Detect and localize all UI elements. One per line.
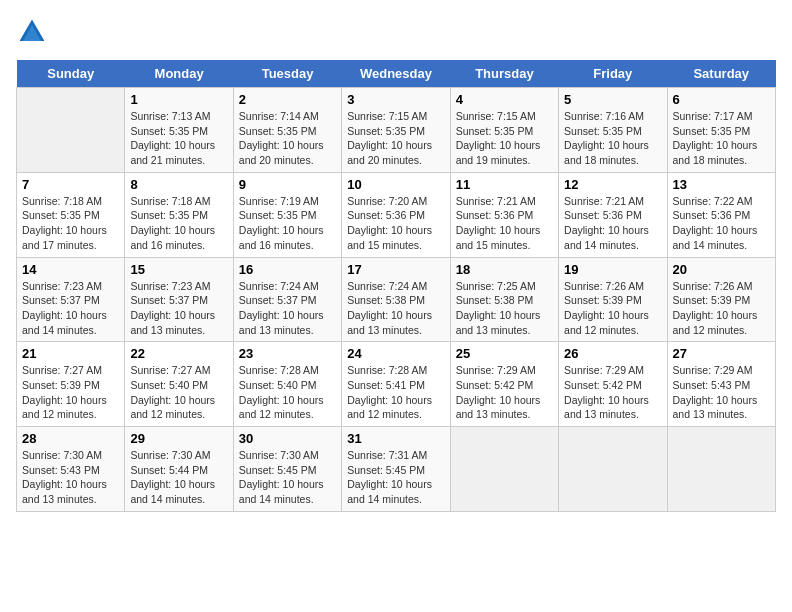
calendar-cell: 28 Sunrise: 7:30 AMSunset: 5:43 PMDaylig… (17, 427, 125, 512)
header-row: SundayMondayTuesdayWednesdayThursdayFrid… (17, 60, 776, 88)
day-info: Sunrise: 7:29 AMSunset: 5:43 PMDaylight:… (673, 363, 770, 422)
calendar-cell: 16 Sunrise: 7:24 AMSunset: 5:37 PMDaylig… (233, 257, 341, 342)
day-number: 5 (564, 92, 661, 107)
day-number: 3 (347, 92, 444, 107)
day-info: Sunrise: 7:30 AMSunset: 5:45 PMDaylight:… (239, 448, 336, 507)
calendar-cell: 4 Sunrise: 7:15 AMSunset: 5:35 PMDayligh… (450, 88, 558, 173)
header-day: Thursday (450, 60, 558, 88)
day-info: Sunrise: 7:29 AMSunset: 5:42 PMDaylight:… (564, 363, 661, 422)
day-number: 22 (130, 346, 227, 361)
calendar-cell: 9 Sunrise: 7:19 AMSunset: 5:35 PMDayligh… (233, 172, 341, 257)
calendar-cell: 17 Sunrise: 7:24 AMSunset: 5:38 PMDaylig… (342, 257, 450, 342)
day-number: 29 (130, 431, 227, 446)
day-info: Sunrise: 7:17 AMSunset: 5:35 PMDaylight:… (673, 109, 770, 168)
day-info: Sunrise: 7:20 AMSunset: 5:36 PMDaylight:… (347, 194, 444, 253)
header-day: Monday (125, 60, 233, 88)
calendar-cell: 8 Sunrise: 7:18 AMSunset: 5:35 PMDayligh… (125, 172, 233, 257)
day-info: Sunrise: 7:24 AMSunset: 5:38 PMDaylight:… (347, 279, 444, 338)
day-number: 26 (564, 346, 661, 361)
calendar-cell: 29 Sunrise: 7:30 AMSunset: 5:44 PMDaylig… (125, 427, 233, 512)
calendar-cell: 11 Sunrise: 7:21 AMSunset: 5:36 PMDaylig… (450, 172, 558, 257)
day-info: Sunrise: 7:26 AMSunset: 5:39 PMDaylight:… (564, 279, 661, 338)
day-info: Sunrise: 7:24 AMSunset: 5:37 PMDaylight:… (239, 279, 336, 338)
calendar-cell: 14 Sunrise: 7:23 AMSunset: 5:37 PMDaylig… (17, 257, 125, 342)
calendar-cell: 22 Sunrise: 7:27 AMSunset: 5:40 PMDaylig… (125, 342, 233, 427)
day-number: 24 (347, 346, 444, 361)
calendar-cell: 3 Sunrise: 7:15 AMSunset: 5:35 PMDayligh… (342, 88, 450, 173)
calendar-cell: 21 Sunrise: 7:27 AMSunset: 5:39 PMDaylig… (17, 342, 125, 427)
day-info: Sunrise: 7:18 AMSunset: 5:35 PMDaylight:… (130, 194, 227, 253)
day-info: Sunrise: 7:13 AMSunset: 5:35 PMDaylight:… (130, 109, 227, 168)
calendar-cell: 25 Sunrise: 7:29 AMSunset: 5:42 PMDaylig… (450, 342, 558, 427)
day-number: 16 (239, 262, 336, 277)
calendar-cell: 18 Sunrise: 7:25 AMSunset: 5:38 PMDaylig… (450, 257, 558, 342)
header-day: Saturday (667, 60, 775, 88)
day-number: 9 (239, 177, 336, 192)
calendar-cell: 24 Sunrise: 7:28 AMSunset: 5:41 PMDaylig… (342, 342, 450, 427)
calendar-cell (559, 427, 667, 512)
calendar-cell: 26 Sunrise: 7:29 AMSunset: 5:42 PMDaylig… (559, 342, 667, 427)
day-info: Sunrise: 7:21 AMSunset: 5:36 PMDaylight:… (564, 194, 661, 253)
day-number: 31 (347, 431, 444, 446)
calendar-cell: 31 Sunrise: 7:31 AMSunset: 5:45 PMDaylig… (342, 427, 450, 512)
calendar-cell: 20 Sunrise: 7:26 AMSunset: 5:39 PMDaylig… (667, 257, 775, 342)
calendar-cell: 7 Sunrise: 7:18 AMSunset: 5:35 PMDayligh… (17, 172, 125, 257)
calendar-cell: 5 Sunrise: 7:16 AMSunset: 5:35 PMDayligh… (559, 88, 667, 173)
day-info: Sunrise: 7:28 AMSunset: 5:41 PMDaylight:… (347, 363, 444, 422)
day-number: 20 (673, 262, 770, 277)
day-number: 30 (239, 431, 336, 446)
day-info: Sunrise: 7:28 AMSunset: 5:40 PMDaylight:… (239, 363, 336, 422)
header (16, 16, 776, 48)
day-number: 28 (22, 431, 119, 446)
calendar-cell: 27 Sunrise: 7:29 AMSunset: 5:43 PMDaylig… (667, 342, 775, 427)
day-info: Sunrise: 7:15 AMSunset: 5:35 PMDaylight:… (456, 109, 553, 168)
day-info: Sunrise: 7:18 AMSunset: 5:35 PMDaylight:… (22, 194, 119, 253)
day-info: Sunrise: 7:15 AMSunset: 5:35 PMDaylight:… (347, 109, 444, 168)
day-number: 4 (456, 92, 553, 107)
day-info: Sunrise: 7:30 AMSunset: 5:43 PMDaylight:… (22, 448, 119, 507)
calendar-week-row: 7 Sunrise: 7:18 AMSunset: 5:35 PMDayligh… (17, 172, 776, 257)
day-info: Sunrise: 7:26 AMSunset: 5:39 PMDaylight:… (673, 279, 770, 338)
day-number: 12 (564, 177, 661, 192)
calendar-cell (17, 88, 125, 173)
day-info: Sunrise: 7:23 AMSunset: 5:37 PMDaylight:… (130, 279, 227, 338)
calendar-cell: 23 Sunrise: 7:28 AMSunset: 5:40 PMDaylig… (233, 342, 341, 427)
calendar-body: 1 Sunrise: 7:13 AMSunset: 5:35 PMDayligh… (17, 88, 776, 512)
calendar-cell: 6 Sunrise: 7:17 AMSunset: 5:35 PMDayligh… (667, 88, 775, 173)
header-day: Wednesday (342, 60, 450, 88)
calendar-cell (450, 427, 558, 512)
day-info: Sunrise: 7:14 AMSunset: 5:35 PMDaylight:… (239, 109, 336, 168)
day-number: 17 (347, 262, 444, 277)
day-number: 25 (456, 346, 553, 361)
day-info: Sunrise: 7:29 AMSunset: 5:42 PMDaylight:… (456, 363, 553, 422)
day-number: 19 (564, 262, 661, 277)
day-number: 8 (130, 177, 227, 192)
calendar-header: SundayMondayTuesdayWednesdayThursdayFrid… (17, 60, 776, 88)
day-number: 13 (673, 177, 770, 192)
day-number: 11 (456, 177, 553, 192)
calendar-week-row: 28 Sunrise: 7:30 AMSunset: 5:43 PMDaylig… (17, 427, 776, 512)
calendar-week-row: 14 Sunrise: 7:23 AMSunset: 5:37 PMDaylig… (17, 257, 776, 342)
calendar-cell: 19 Sunrise: 7:26 AMSunset: 5:39 PMDaylig… (559, 257, 667, 342)
day-info: Sunrise: 7:30 AMSunset: 5:44 PMDaylight:… (130, 448, 227, 507)
calendar-cell: 13 Sunrise: 7:22 AMSunset: 5:36 PMDaylig… (667, 172, 775, 257)
day-number: 6 (673, 92, 770, 107)
day-info: Sunrise: 7:31 AMSunset: 5:45 PMDaylight:… (347, 448, 444, 507)
day-number: 1 (130, 92, 227, 107)
day-number: 18 (456, 262, 553, 277)
calendar-cell: 30 Sunrise: 7:30 AMSunset: 5:45 PMDaylig… (233, 427, 341, 512)
day-info: Sunrise: 7:19 AMSunset: 5:35 PMDaylight:… (239, 194, 336, 253)
day-info: Sunrise: 7:25 AMSunset: 5:38 PMDaylight:… (456, 279, 553, 338)
calendar-week-row: 1 Sunrise: 7:13 AMSunset: 5:35 PMDayligh… (17, 88, 776, 173)
day-number: 14 (22, 262, 119, 277)
day-number: 15 (130, 262, 227, 277)
day-number: 23 (239, 346, 336, 361)
day-info: Sunrise: 7:22 AMSunset: 5:36 PMDaylight:… (673, 194, 770, 253)
day-number: 2 (239, 92, 336, 107)
calendar-cell: 12 Sunrise: 7:21 AMSunset: 5:36 PMDaylig… (559, 172, 667, 257)
calendar-cell: 15 Sunrise: 7:23 AMSunset: 5:37 PMDaylig… (125, 257, 233, 342)
header-day: Sunday (17, 60, 125, 88)
header-day: Tuesday (233, 60, 341, 88)
calendar-cell: 1 Sunrise: 7:13 AMSunset: 5:35 PMDayligh… (125, 88, 233, 173)
calendar-cell: 2 Sunrise: 7:14 AMSunset: 5:35 PMDayligh… (233, 88, 341, 173)
